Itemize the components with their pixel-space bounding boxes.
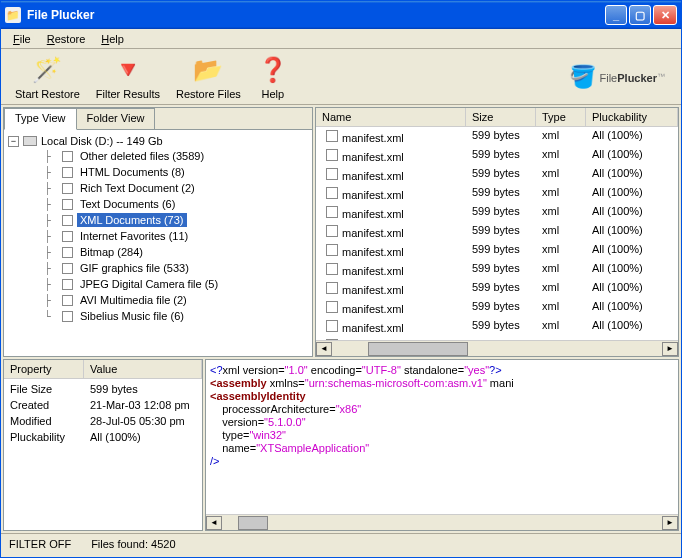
tree-checkbox[interactable] xyxy=(62,247,73,258)
scroll-track[interactable] xyxy=(238,516,646,530)
tree-item[interactable]: ├GIF graphics file (533) xyxy=(8,260,308,276)
restore-files-button[interactable]: 📂 Restore Files xyxy=(168,52,249,102)
cell-pluck: All (100%) xyxy=(586,242,678,259)
cell-type: xml xyxy=(536,166,586,183)
menu-file[interactable]: File xyxy=(5,31,39,47)
col-size[interactable]: Size xyxy=(466,108,536,126)
properties-body: File Size599 bytesCreated21-Mar-03 12:08… xyxy=(4,379,202,447)
tree-checkbox[interactable] xyxy=(62,279,73,290)
tree-item-label: HTML Documents (8) xyxy=(77,165,188,179)
tree-checkbox[interactable] xyxy=(62,199,73,210)
tree-item[interactable]: ├Other deleted files (3589) xyxy=(8,148,308,164)
menubar: File Restore Help xyxy=(1,29,681,49)
scroll-right-button[interactable]: ► xyxy=(662,516,678,530)
col-pluckability[interactable]: Pluckability xyxy=(586,108,678,126)
col-type[interactable]: Type xyxy=(536,108,586,126)
tree-checkbox[interactable] xyxy=(62,263,73,274)
tree-item[interactable]: ├Internet Favorites (11) xyxy=(8,228,308,244)
disk-icon xyxy=(23,136,37,146)
tree-item[interactable]: ├Rich Text Document (2) xyxy=(8,180,308,196)
cell-size: 599 bytes xyxy=(466,128,536,145)
scroll-track[interactable] xyxy=(348,342,646,356)
list-row[interactable]: manifest.xml599 bytesxmlAll (100%) xyxy=(316,165,678,184)
menu-help[interactable]: Help xyxy=(93,31,132,47)
tree-checkbox[interactable] xyxy=(62,295,73,306)
tab-type-view[interactable]: Type View xyxy=(4,108,77,130)
tree-item[interactable]: ├XML Documents (73) xyxy=(8,212,308,228)
list-row[interactable]: manifest.xml599 bytesxmlAll (100%) xyxy=(316,203,678,222)
tree-line-icon: └ xyxy=(44,310,60,323)
tree-item[interactable]: └Sibelius Music file (6) xyxy=(8,308,308,324)
tree-item-label: Text Documents (6) xyxy=(77,197,178,211)
scroll-left-button[interactable]: ◄ xyxy=(206,516,222,530)
list-row[interactable]: manifest.xml599 bytesxmlAll (100%) xyxy=(316,279,678,298)
tree-item[interactable]: ├AVI Multimedia file (2) xyxy=(8,292,308,308)
horizontal-scrollbar[interactable]: ◄ ► xyxy=(316,340,678,356)
cell-name: manifest.xml xyxy=(316,318,466,335)
tree-item[interactable]: ├Bitmap (284) xyxy=(8,244,308,260)
tree-view[interactable]: − Local Disk (D:) -- 149 Gb ├Other delet… xyxy=(4,130,312,356)
tree-checkbox[interactable] xyxy=(62,167,73,178)
cell-type: xml xyxy=(536,280,586,297)
tree-line-icon: ├ xyxy=(44,262,60,275)
col-value[interactable]: Value xyxy=(84,360,202,378)
tree-item[interactable]: ├JPEG Digital Camera file (5) xyxy=(8,276,308,292)
logo: 🪣 FilePlucker ™ xyxy=(569,64,675,90)
tree-item[interactable]: ├HTML Documents (8) xyxy=(8,164,308,180)
tree-checkbox[interactable] xyxy=(62,183,73,194)
logo-text-1: File xyxy=(600,72,618,84)
cell-name: manifest.xml xyxy=(316,280,466,297)
collapse-icon[interactable]: − xyxy=(8,136,19,147)
maximize-button[interactable]: ▢ xyxy=(629,5,651,25)
list-row[interactable]: manifest.xml599 bytesxmlAll (100%) xyxy=(316,222,678,241)
start-restore-label: Start Restore xyxy=(15,88,80,100)
list-row[interactable]: manifest.xml599 bytesxmlAll (100%) xyxy=(316,317,678,336)
cell-type: xml xyxy=(536,147,586,164)
cell-name: manifest.xml xyxy=(316,166,466,183)
tree-checkbox[interactable] xyxy=(62,231,73,242)
list-row[interactable]: manifest.xml599 bytesxmlAll (100%) xyxy=(316,146,678,165)
wand-icon: 🪄 xyxy=(31,54,63,86)
scroll-left-button[interactable]: ◄ xyxy=(316,342,332,356)
tree-checkbox[interactable] xyxy=(62,215,73,226)
xml-preview[interactable]: <?xml version="1.0" encoding="UTF-8" sta… xyxy=(206,360,678,514)
list-row[interactable]: manifest.xml599 bytesxmlAll (100%) xyxy=(316,260,678,279)
file-icon xyxy=(326,130,338,142)
col-property[interactable]: Property xyxy=(4,360,84,378)
list-row[interactable]: manifest.xml599 bytesxmlAll (100%) xyxy=(316,298,678,317)
tree-checkbox[interactable] xyxy=(62,151,73,162)
list-row[interactable]: manifest.xml599 bytesxmlAll (100%) xyxy=(316,241,678,260)
tab-folder-view[interactable]: Folder View xyxy=(76,108,156,129)
help-button[interactable]: ❓ Help xyxy=(249,52,297,102)
cell-name: manifest.xml xyxy=(316,242,466,259)
funnel-icon: 🔻 xyxy=(112,54,144,86)
cell-type: xml xyxy=(536,185,586,202)
tree-item[interactable]: ├Text Documents (6) xyxy=(8,196,308,212)
tree-root[interactable]: − Local Disk (D:) -- 149 Gb xyxy=(8,134,308,148)
tree-checkbox[interactable] xyxy=(62,311,73,322)
cell-pluck: All (100%) xyxy=(586,147,678,164)
trademark: ™ xyxy=(657,72,665,81)
tree-root-label: Local Disk (D:) -- 149 Gb xyxy=(41,135,163,147)
tree-item-label: AVI Multimedia file (2) xyxy=(77,293,190,307)
scroll-thumb[interactable] xyxy=(368,342,468,356)
cell-name: manifest.xml xyxy=(316,223,466,240)
titlebar[interactable]: 📁 File Plucker _ ▢ ✕ xyxy=(1,1,681,29)
list-row[interactable]: manifest.xml599 bytesxmlAll (100%) xyxy=(316,127,678,146)
preview-scrollbar[interactable]: ◄ ► xyxy=(206,514,678,530)
start-restore-button[interactable]: 🪄 Start Restore xyxy=(7,52,88,102)
list-body[interactable]: manifest.xml599 bytesxmlAll (100%)manife… xyxy=(316,127,678,340)
scroll-right-button[interactable]: ► xyxy=(662,342,678,356)
scroll-thumb[interactable] xyxy=(238,516,268,530)
close-button[interactable]: ✕ xyxy=(653,5,677,25)
col-name[interactable]: Name xyxy=(316,108,466,126)
menu-restore[interactable]: Restore xyxy=(39,31,94,47)
minimize-button[interactable]: _ xyxy=(605,5,627,25)
cell-type: xml xyxy=(536,128,586,145)
cell-size: 599 bytes xyxy=(466,223,536,240)
list-header: Name Size Type Pluckability xyxy=(316,108,678,127)
list-row[interactable]: manifest.xml599 bytesxmlAll (100%) xyxy=(316,184,678,203)
app-icon: 📁 xyxy=(5,7,21,23)
toolbar: 🪄 Start Restore 🔻 Filter Results 📂 Resto… xyxy=(1,49,681,105)
filter-results-button[interactable]: 🔻 Filter Results xyxy=(88,52,168,102)
